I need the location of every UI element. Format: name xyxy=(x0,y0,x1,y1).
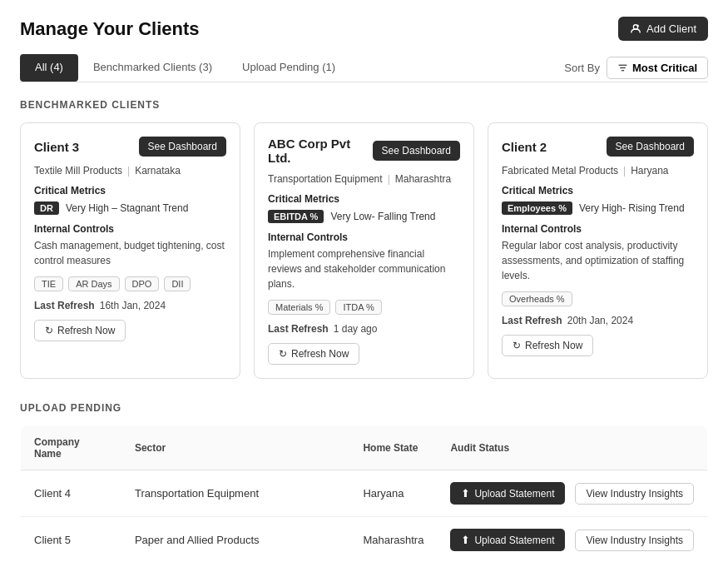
meta-separator: | xyxy=(388,173,390,185)
tab-all[interactable]: All (4) xyxy=(20,54,78,82)
last-refresh-row: Last Refresh 1 day ago xyxy=(268,323,460,335)
tag: ITDA % xyxy=(335,300,381,315)
add-client-button[interactable]: Add Client xyxy=(618,17,708,41)
client-industry: Textile Mill Products xyxy=(34,165,122,177)
client-meta: Transportation Equipment | Maharashtra xyxy=(268,173,460,185)
insights-label: View Industry Insights xyxy=(586,488,683,500)
refresh-icon: ↻ xyxy=(279,348,287,360)
insights-label: View Industry Insights xyxy=(586,535,683,546)
tag: DPO xyxy=(125,276,160,291)
view-industry-insights-button[interactable]: View Industry Insights xyxy=(575,530,694,551)
client-industry: Transportation Equipment xyxy=(268,173,383,185)
critical-metrics-label: Critical Metrics xyxy=(34,185,226,196)
metric-badge: DR xyxy=(34,201,59,215)
upload-label: Upload Statement xyxy=(474,535,554,546)
company-name-cell: Client 5 xyxy=(21,517,121,563)
see-dashboard-button[interactable]: See Dashboard xyxy=(607,137,694,157)
tags-row: Materials %ITDA % xyxy=(268,300,460,315)
internal-controls-label: Internal Controls xyxy=(34,223,226,235)
tag: Materials % xyxy=(268,300,330,315)
sort-button[interactable]: Most Critical xyxy=(607,57,708,79)
audit-actions: ⬆ Upload Statement View Industry Insight… xyxy=(450,482,694,505)
client-card: Client 2 See Dashboard Fabricated Metal … xyxy=(488,122,708,379)
benchmarked-section: BENCHMARKED CLIENTS Client 3 See Dashboa… xyxy=(20,99,708,379)
client-card-header: ABC Corp Pvt Ltd. See Dashboard xyxy=(268,137,460,165)
refresh-btn-label: Refresh Now xyxy=(525,340,582,351)
tags-row: TIEAR DaysDPODII xyxy=(34,276,226,291)
audit-actions: ⬆ Upload Statement View Industry Insight… xyxy=(450,529,694,551)
internal-controls-text: Implement comprehensive financial review… xyxy=(268,246,460,291)
client-meta: Textile Mill Products | Karnataka xyxy=(34,165,226,177)
tag: Overheads % xyxy=(502,291,572,306)
client-state: Haryana xyxy=(631,165,668,177)
sector-cell: Paper and Allied Products xyxy=(121,517,350,563)
table-row: Client 4 Transportation Equipment Haryan… xyxy=(21,470,708,517)
sort-label: Sort By xyxy=(564,62,600,74)
add-client-icon xyxy=(630,23,641,35)
sector-cell: Transportation Equipment xyxy=(121,470,350,517)
refresh-icon: ↻ xyxy=(513,340,521,351)
refresh-now-button[interactable]: ↻ Refresh Now xyxy=(268,343,359,365)
last-refresh-value: 1 day ago xyxy=(334,323,378,335)
upload-pending-table: Company NameSectorHome StateAudit Status… xyxy=(20,425,708,562)
see-dashboard-button[interactable]: See Dashboard xyxy=(139,137,226,157)
upload-icon: ⬆ xyxy=(461,487,470,500)
metric-trend: Very High- Rising Trend xyxy=(579,202,685,214)
tags-row: Overheads % xyxy=(502,291,694,306)
upload-pending-title: UPLOAD PENDING xyxy=(20,402,708,414)
table-column-header: Sector xyxy=(121,426,350,470)
client-card-header: Client 3 See Dashboard xyxy=(34,137,226,157)
metric-trend: Very Low- Falling Trend xyxy=(330,211,435,222)
audit-status-cell: ⬆ Upload Statement View Industry Insight… xyxy=(437,470,707,517)
upload-statement-button[interactable]: ⬆ Upload Statement xyxy=(450,482,565,505)
upload-label: Upload Statement xyxy=(474,488,554,500)
refresh-now-button[interactable]: ↻ Refresh Now xyxy=(502,335,593,356)
sort-bar: Sort By Most Critical xyxy=(564,57,708,79)
upload-pending-section: UPLOAD PENDING Company NameSectorHome St… xyxy=(20,402,708,562)
page-title: Manage Your Clients xyxy=(20,18,200,40)
upload-statement-button[interactable]: ⬆ Upload Statement xyxy=(450,529,565,551)
last-refresh-label: Last Refresh xyxy=(34,300,95,311)
last-refresh-row: Last Refresh 20th Jan, 2024 xyxy=(502,315,694,326)
upload-icon: ⬆ xyxy=(461,534,470,546)
audit-status-cell: ⬆ Upload Statement View Industry Insight… xyxy=(437,517,707,563)
metric-badge: Employees % xyxy=(502,201,572,215)
client-name: ABC Corp Pvt Ltd. xyxy=(268,137,373,165)
clients-grid: Client 3 See Dashboard Textile Mill Prod… xyxy=(20,122,708,379)
client-industry: Fabricated Metal Products xyxy=(502,165,618,177)
state-cell: Maharashtra xyxy=(349,517,437,563)
refresh-now-button[interactable]: ↻ Refresh Now xyxy=(34,320,126,341)
client-meta: Fabricated Metal Products | Haryana xyxy=(502,165,694,177)
tab-benchmarked[interactable]: Benchmarked Clients (3) xyxy=(78,54,227,82)
table-header: Company NameSectorHome StateAudit Status xyxy=(21,426,708,470)
view-industry-insights-button[interactable]: View Industry Insights xyxy=(575,483,694,505)
tab-bar: All (4) Benchmarked Clients (3) Upload P… xyxy=(20,54,708,82)
meta-separator: | xyxy=(623,165,626,177)
refresh-btn-label: Refresh Now xyxy=(291,348,349,360)
metric-badge: EBITDA % xyxy=(268,210,324,223)
client-name: Client 2 xyxy=(502,140,547,154)
metric-trend: Very High – Stagnant Trend xyxy=(66,202,188,214)
metric-badge-row: EBITDA % Very Low- Falling Trend xyxy=(268,210,460,223)
tag: AR Days xyxy=(68,276,119,291)
client-card-header: Client 2 See Dashboard xyxy=(502,137,694,157)
metric-badge-row: DR Very High – Stagnant Trend xyxy=(34,201,226,215)
client-card: Client 3 See Dashboard Textile Mill Prod… xyxy=(20,122,240,379)
refresh-icon: ↻ xyxy=(45,325,53,336)
state-cell: Haryana xyxy=(349,470,437,517)
internal-controls-label: Internal Controls xyxy=(502,223,694,235)
tab-upload-pending[interactable]: Upload Pending (1) xyxy=(227,54,350,82)
client-state: Karnataka xyxy=(135,165,181,177)
internal-controls-text: Cash management, budget tightening, cost… xyxy=(34,238,226,268)
refresh-btn-label: Refresh Now xyxy=(57,325,115,336)
sort-icon xyxy=(617,62,628,73)
last-refresh-value: 20th Jan, 2024 xyxy=(567,315,633,326)
benchmarked-section-title: BENCHMARKED CLIENTS xyxy=(20,99,708,111)
last-refresh-label: Last Refresh xyxy=(502,315,562,326)
page-header: Manage Your Clients Add Client xyxy=(20,17,708,41)
table-column-header: Home State xyxy=(349,426,437,470)
last-refresh-label: Last Refresh xyxy=(268,323,329,335)
see-dashboard-button[interactable]: See Dashboard xyxy=(373,141,460,161)
client-state: Maharashtra xyxy=(395,173,451,185)
table-row: Client 5 Paper and Allied Products Mahar… xyxy=(21,517,708,563)
